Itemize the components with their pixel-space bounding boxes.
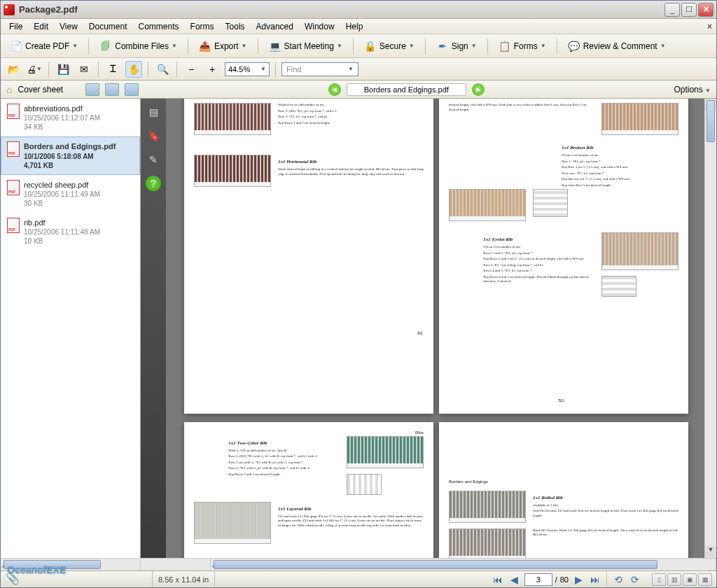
save-icon: 💾 xyxy=(57,64,69,75)
help-panel-icon[interactable]: ? xyxy=(146,176,161,191)
swatch-beige xyxy=(449,189,526,221)
view-mode-1[interactable] xyxy=(85,83,99,96)
menu-edit[interactable]: Edit xyxy=(28,20,54,33)
text: Row 1: (RS) *K1, p1; rep from *, end k 1… xyxy=(278,109,424,114)
two-up-view-icon[interactable]: ▣ xyxy=(683,573,697,586)
chart-grid xyxy=(601,276,636,297)
swatch-grey xyxy=(194,502,271,544)
menu-forms[interactable]: Forms xyxy=(185,20,220,33)
menu-window[interactable]: Window xyxy=(299,20,340,33)
email-button[interactable]: ✉ xyxy=(76,61,92,78)
first-page-button[interactable]: ⏮ xyxy=(491,573,505,587)
bookmarks-panel-icon[interactable]: 🔖 xyxy=(146,128,161,144)
page-number-input[interactable] xyxy=(524,573,552,586)
secure-button[interactable]: 🔒Secure▼ xyxy=(359,37,419,55)
maximize-button[interactable]: ☐ xyxy=(681,3,697,17)
prev-doc-button[interactable]: ◄ xyxy=(328,83,341,96)
view-mode-3[interactable] xyxy=(125,83,139,96)
minus-icon: − xyxy=(188,64,194,75)
menu-comments[interactable]: Comments xyxy=(133,20,185,33)
menubar: File Edit View Document Comments Forms T… xyxy=(1,19,716,34)
prev-page-button[interactable]: ◀ xyxy=(508,573,522,587)
save-button[interactable]: 💾 xyxy=(55,61,71,78)
sidebar-item-rib[interactable]: rib.pdf 10/25/2006 11:11:49 AM 10 KB xyxy=(1,213,140,251)
text: Rep Rows 1 and 2 for 1" (2.5 cm) or desi… xyxy=(483,257,594,262)
view-mode-2[interactable] xyxy=(105,83,119,96)
file-date: 10/25/2006 11:11:49 AM xyxy=(24,190,100,199)
pages-panel-icon[interactable]: ▤ xyxy=(146,104,161,120)
next-view-button[interactable]: ⟳ xyxy=(628,573,642,587)
review-icon: 💬 xyxy=(568,40,580,52)
minimize-button[interactable]: _ xyxy=(664,3,680,17)
text: Row 1: (RS) *K1 with A, k1 with B; rep f… xyxy=(228,454,340,459)
menu-document[interactable]: Document xyxy=(83,20,133,33)
text: CO an even number of sts. xyxy=(483,245,594,250)
signatures-panel-icon[interactable]: ✎ xyxy=(146,152,161,167)
marquee-zoom-button[interactable]: 🔍 xyxy=(154,61,171,78)
select-tool-button[interactable]: Ꮖ xyxy=(104,61,121,78)
text: Rep this row for 1" (2.5 cm), end with a… xyxy=(562,177,678,182)
text: Rep Row 1 for 1" (2.5 cm), end with a WS… xyxy=(562,165,678,170)
open-button[interactable]: 📂 xyxy=(5,61,22,78)
sidebar-item-recycled[interactable]: recycled sheep.pdf 10/25/2006 11:11:49 A… xyxy=(1,175,140,213)
create-pdf-label: Create PDF xyxy=(25,41,69,51)
menu-advanced[interactable]: Advanced xyxy=(251,20,299,33)
forms-button[interactable]: 📋Forms▼ xyxy=(494,37,551,55)
hand-icon: ✋ xyxy=(128,64,140,75)
scroll-down-icon[interactable]: ▼ xyxy=(705,546,716,558)
cover-sheet-link[interactable]: Cover sheet xyxy=(18,85,63,94)
menu-view[interactable]: View xyxy=(54,20,83,33)
page-4-left: Ribs 1x1 Two-Color Rib With A, CO an odd… xyxy=(184,422,433,558)
plus-icon: + xyxy=(209,64,215,75)
pdf-icon xyxy=(7,141,20,157)
file-name: rib.pdf xyxy=(24,218,100,227)
sidebar-item-abbreviations[interactable]: abbreviations.pdf 10/25/2006 11:12:07 AM… xyxy=(1,99,140,136)
start-meeting-button[interactable]: 💻Start Meeting▼ xyxy=(264,37,347,55)
next-page-button[interactable]: ▶ xyxy=(571,573,585,587)
text: Rep Rows 4 and 5 for desired length. Thr… xyxy=(483,275,594,284)
close-button[interactable]: ✕ xyxy=(698,3,713,17)
sidebar-item-borders[interactable]: Borders and Edgings.pdf 10/1/2006 5:18:0… xyxy=(1,136,140,174)
text: Work desired depth of ribbing in a verti… xyxy=(278,167,424,176)
menu-tools[interactable]: Tools xyxy=(220,20,251,33)
two-up-continuous-icon[interactable]: ▦ xyxy=(698,573,712,586)
menubar-close-icon[interactable]: × xyxy=(707,22,712,31)
document-view[interactable]: Worked on an odd number of sts. Row 1: (… xyxy=(166,99,716,558)
swatch-grey2 xyxy=(449,491,526,523)
chart-grid xyxy=(533,189,568,217)
find-input[interactable]: Find▼ xyxy=(281,62,358,76)
scroll-thumb[interactable] xyxy=(706,100,715,142)
create-pdf-button[interactable]: 📄Create PDF▼ xyxy=(5,37,83,55)
page-total: 80 xyxy=(560,575,569,584)
hand-tool-button[interactable]: ✋ xyxy=(125,61,142,78)
last-page-button[interactable]: ⏭ xyxy=(588,573,602,587)
print-button[interactable]: 🖨▼ xyxy=(26,61,43,78)
zoom-in-button[interactable]: + xyxy=(204,61,221,78)
export-label: Export xyxy=(214,41,239,51)
text: Rep from Row 1 for desired length. xyxy=(562,183,678,188)
select-icon: Ꮖ xyxy=(110,63,116,75)
options-menu[interactable]: Options ▼ xyxy=(674,85,711,94)
continuous-view-icon[interactable]: ▥ xyxy=(667,573,681,586)
text: Rep Rows 2 and 3 for desired length. xyxy=(228,472,340,477)
menu-file[interactable]: File xyxy=(4,20,28,33)
single-page-view-icon[interactable]: ▯ xyxy=(652,573,666,586)
menu-help[interactable]: Help xyxy=(340,20,369,33)
current-doc-name[interactable]: Borders and Edgings.pdf xyxy=(347,83,466,96)
zoom-input[interactable]: 44.5%▼ xyxy=(225,62,270,76)
vertical-scrollbar[interactable]: ▲ ▼ xyxy=(704,99,716,558)
zoom-out-button[interactable]: − xyxy=(183,61,200,78)
page-3-left: Worked on an odd number of sts. Row 1: (… xyxy=(184,99,433,414)
prev-view-button[interactable]: ⟲ xyxy=(611,573,625,587)
next-doc-button[interactable]: ► xyxy=(472,83,485,96)
review-button[interactable]: 💬Review & Comment▼ xyxy=(563,37,671,55)
meeting-label: Start Meeting xyxy=(284,41,334,51)
docview-hscroll[interactable]: ◄ xyxy=(211,559,716,570)
export-button[interactable]: 📤Export▼ xyxy=(194,37,252,55)
text: Row 2: *P1, k1; rep from *, end p1. xyxy=(278,115,424,120)
text: Row 3: K1, *yo, k2tog; rep from *, end k… xyxy=(483,263,594,268)
sign-button[interactable]: ✒Sign▼ xyxy=(431,37,482,55)
combine-files-button[interactable]: 🗐Combine Files▼ xyxy=(95,37,182,55)
text: Rep Rows 1 and 2 for desired length. xyxy=(278,121,424,126)
home-icon[interactable]: ⌂ xyxy=(6,84,12,95)
